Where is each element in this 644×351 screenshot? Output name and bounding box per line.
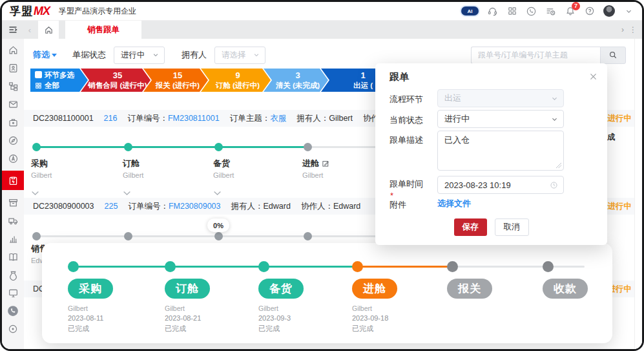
caret-down-icon (52, 54, 57, 57)
time-input[interactable]: 2023-08-23 10:19 (437, 176, 564, 194)
expand-chevron-icon[interactable] (31, 191, 39, 196)
expand-chevron-icon[interactable] (213, 191, 222, 196)
home-tab-icon[interactable] (38, 21, 59, 39)
followup-clipboard-icon[interactable] (2, 171, 24, 190)
step-pill[interactable]: 收款 (543, 279, 588, 299)
ai-assistant-icon[interactable]: AI (461, 6, 479, 16)
search-button[interactable] (600, 47, 626, 64)
headset-icon[interactable] (487, 6, 498, 17)
timeline-dot[interactable] (214, 232, 223, 240)
tab-sales-followup[interactable]: 销售跟单 (65, 21, 141, 39)
chart-icon[interactable] (7, 233, 19, 244)
order-no-label: 订单编号： (128, 202, 169, 211)
desc-textarea[interactable]: 已入仓 (437, 131, 564, 171)
step-owner: Gilbert (165, 304, 255, 312)
step-pill[interactable]: 采购 (68, 279, 113, 299)
stage-select-value: 出运 (444, 92, 461, 104)
stage-count: 15 (173, 70, 182, 81)
book-icon[interactable] (7, 251, 19, 262)
search-input[interactable] (471, 47, 600, 64)
cancel-button[interactable]: 取消 (495, 218, 529, 236)
chevron-down-icon[interactable] (623, 6, 634, 17)
step-name: 备货 (213, 158, 291, 169)
timeline-dot (447, 261, 458, 272)
order-no-link[interactable]: FM230809003 (169, 202, 221, 211)
stage-funnel-bar: 环节多选 全部 35 销售合同 (进行中) 15 报关 (进行中) 9 订舱 (… (30, 69, 401, 92)
stage-clearance[interactable]: 3 清关 (未完成) (264, 69, 328, 92)
logo-mx: MX (34, 5, 50, 18)
followup-count-link[interactable]: 225 (105, 202, 118, 211)
avatar[interactable] (603, 5, 615, 17)
step-name: 订舱 (123, 158, 200, 169)
org-icon[interactable] (7, 80, 19, 92)
step-pill[interactable]: 进舱 (352, 279, 397, 299)
timeline-dot[interactable] (304, 232, 312, 240)
modal-title: 跟单 (390, 71, 409, 83)
home-icon[interactable] (7, 44, 19, 56)
circle-a-icon[interactable] (7, 153, 19, 164)
contacts-icon[interactable] (7, 62, 19, 74)
timeline-dot[interactable] (32, 232, 41, 240)
briefcase-icon[interactable] (7, 116, 19, 128)
step-date: 2023-08-11 (68, 314, 158, 322)
more-menu-icon[interactable]: ⋮ (629, 25, 637, 34)
monitor-icon[interactable] (7, 287, 19, 299)
current-status-select[interactable]: 进行中 (437, 110, 564, 128)
record-icon[interactable] (7, 323, 19, 335)
truck-icon[interactable] (7, 215, 19, 226)
step-pill[interactable]: 订舱 (165, 279, 210, 299)
edit-icon[interactable] (322, 160, 329, 167)
whatsapp-icon[interactable] (526, 6, 537, 17)
status-badge: 进行中 (608, 201, 632, 212)
task-list-icon[interactable] (545, 6, 556, 17)
timeline-dot[interactable] (124, 143, 132, 151)
help-icon[interactable] (584, 6, 595, 17)
resize-grip-icon[interactable] (556, 162, 562, 169)
step-pill[interactable]: 备货 (258, 279, 304, 299)
mail-icon[interactable] (7, 98, 19, 110)
step-status: 已完成 (68, 324, 158, 334)
stage-count: 3 (295, 70, 300, 81)
timeline-dot[interactable] (124, 232, 132, 240)
stage-booking[interactable]: 9 订舱 (进行中) (201, 69, 271, 92)
search-icon (608, 50, 618, 59)
money-icon[interactable] (7, 269, 19, 281)
compass-icon[interactable] (7, 134, 19, 146)
timeline-line-segment (36, 235, 376, 237)
stage-sales-contract[interactable]: 35 销售合同 (进行中) (81, 69, 151, 92)
bell-icon[interactable]: 7 (565, 6, 576, 17)
timeline-dot[interactable] (32, 143, 41, 151)
timeline-dot[interactable] (304, 143, 312, 151)
forward-chevron-icon[interactable]: › (621, 25, 624, 34)
stage-all[interactable]: 环节多选 全部 (30, 69, 88, 92)
expand-chevron-icon[interactable] (123, 191, 131, 196)
timeline-step: 采购 Gilbert (31, 158, 109, 196)
status-select[interactable]: 进行中 (114, 47, 165, 64)
timeline-step: 备货 Gilbert (213, 158, 291, 196)
save-button[interactable]: 保存 (454, 218, 487, 236)
followup-count-link[interactable]: 216 (104, 114, 118, 123)
timeline-dot[interactable] (214, 143, 223, 151)
apps-grid-icon[interactable] (506, 6, 517, 17)
step-date: 2023-09-3 (258, 314, 349, 322)
collapse-menu-icon[interactable] (2, 21, 24, 39)
subject-link[interactable]: 衣服 (270, 114, 286, 123)
multi-select-checkbox[interactable] (35, 71, 42, 78)
popup-step-payment: 收款 (543, 279, 633, 299)
order-no-link[interactable]: FM230811001 (168, 114, 220, 123)
stage-count: 9 (235, 70, 240, 81)
filter-toggle[interactable]: 筛选 (33, 49, 57, 61)
choose-file-link[interactable]: 选择文件 (437, 198, 471, 208)
top-header: 孚盟 MX 孚盟产品演示专用企业 AI (2, 2, 642, 21)
back-chevron-icon[interactable]: ‹ (24, 25, 36, 35)
step-owner: Gilbert (123, 171, 200, 179)
close-icon[interactable] (588, 71, 598, 81)
step-status: 已完成 (165, 324, 255, 334)
subject-label: 订单主题： (230, 114, 271, 123)
stage-customs[interactable]: 15 报关 (进行中) (143, 69, 208, 92)
archive-icon[interactable] (7, 197, 19, 208)
step-pill[interactable]: 报关 (447, 279, 492, 299)
owner-select[interactable]: 请选择 (214, 47, 265, 64)
whatsapp-icon[interactable] (7, 305, 19, 317)
step-date: 2023-09-18 (352, 314, 442, 322)
